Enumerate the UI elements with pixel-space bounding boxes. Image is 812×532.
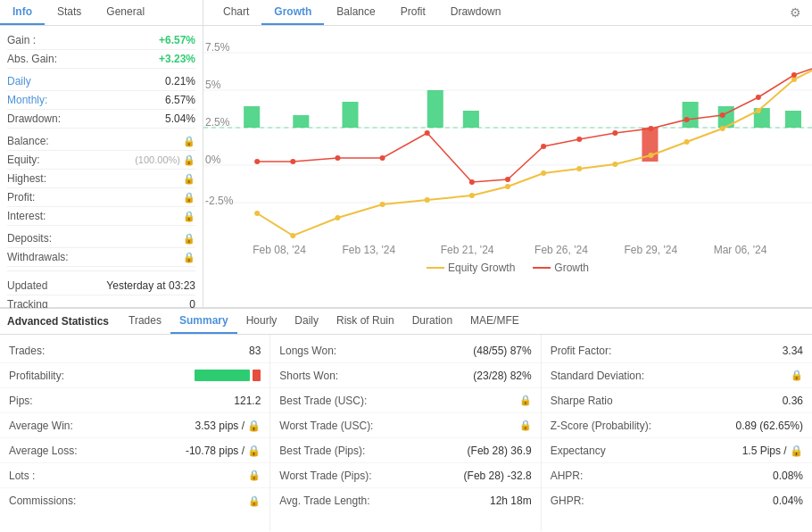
expectancy-value: 1.5 Pips / 🔒 [742, 445, 803, 457]
best-trade-pips-value: (Feb 28) 36.9 [468, 445, 532, 457]
equity-legend-label: Equity Growth [448, 262, 515, 274]
chart-legend: Equity Growth Growth [203, 258, 812, 278]
tab-stats[interactable]: Stats [45, 0, 94, 25]
pips-value: 121.2 [234, 395, 261, 407]
ghpr-label: GHPR: [551, 495, 584, 507]
svg-rect-17 [244, 106, 260, 128]
profitability-bar-green [195, 370, 250, 381]
adv-tab-mae[interactable]: MAE/MFE [461, 309, 528, 334]
drawdown-label: Drawdown: [7, 112, 61, 125]
tab-general[interactable]: General [94, 0, 157, 25]
highest-label: Highest: [7, 172, 46, 185]
svg-text:0%: 0% [205, 154, 221, 166]
svg-point-37 [648, 153, 653, 158]
deposits-label: Deposits: [7, 232, 52, 245]
chart-tab-growth[interactable]: Growth [261, 0, 324, 25]
ghpr-value: 0.04% [773, 495, 803, 507]
profit-label: Profit: [7, 191, 35, 204]
legend-growth: Growth [533, 262, 589, 274]
svg-rect-19 [342, 102, 358, 128]
svg-point-33 [505, 184, 510, 189]
adv-tab-trades[interactable]: Trades [120, 309, 170, 334]
profitability-value [195, 370, 261, 381]
gain-value: +6.57% [159, 34, 195, 46]
svg-point-46 [425, 130, 430, 136]
svg-point-28 [290, 233, 295, 238]
worst-trade-pips-row: Worst Trade (Pips): (Feb 28) -32.8 [270, 463, 540, 488]
withdrawals-value: 🔒 [183, 252, 195, 263]
chart-tabs: Chart Growth Balance Profit Drawdown [211, 0, 513, 25]
monthly-row: Monthly: 6.57% [7, 91, 195, 110]
ghpr-row: GHPR: 0.04% [542, 488, 812, 513]
chart-tab-balance[interactable]: Balance [324, 0, 387, 25]
chart-tab-drawdown[interactable]: Drawdown [438, 0, 514, 25]
deposits-value: 🔒 [183, 233, 195, 245]
longs-won-row: Longs Won: (48/55) 87% [270, 338, 540, 363]
svg-point-51 [612, 130, 617, 136]
trades-label: Trades: [9, 345, 45, 357]
withdrawals-label: Withdrawals: [7, 251, 69, 263]
svg-point-34 [541, 170, 546, 176]
drawdown-value: 5.04% [165, 112, 195, 125]
avg-win-stat-row: Average Win: 3.53 pips / 🔒 [0, 413, 269, 438]
shorts-won-row: Shorts Won: (23/28) 82% [270, 363, 540, 388]
zscore-label: Z-Score (Probability): [551, 420, 651, 432]
profit-factor-row: Profit Factor: 3.34 [542, 338, 812, 363]
best-trade-pips-label: Best Trade (Pips): [279, 445, 365, 457]
tab-info[interactable]: Info [0, 0, 45, 25]
balance-row: Balance: 🔒 [7, 132, 195, 151]
daily-row: Daily 0.21% [7, 72, 195, 91]
chart-tab-profit[interactable]: Profit [388, 0, 438, 25]
worst-trade-pips-label: Worst Trade (Pips): [279, 470, 371, 482]
adv-tab-risk[interactable]: Risk of Ruin [327, 309, 403, 334]
svg-point-44 [335, 155, 340, 161]
profit-row: Profit: 🔒 [7, 188, 195, 207]
adv-tab-summary[interactable]: Summary [170, 309, 237, 334]
balance-label: Balance: [7, 135, 49, 147]
bottom-section: Advanced Statistics Trades Summary Hourl… [0, 308, 812, 532]
lots-stat-row: Lots : 🔒 [0, 463, 269, 488]
profit-factor-value: 3.34 [783, 345, 803, 357]
chart-tab-bar: Chart Growth Balance Profit Drawdown ⚙ [203, 0, 812, 26]
ahpr-row: AHPR: 0.08% [542, 463, 812, 488]
highest-row: Highest: 🔒 [7, 170, 195, 188]
stats-grid: Trades: 83 Profitability: Pips: 121.2 Av… [0, 335, 812, 531]
svg-point-50 [576, 137, 582, 142]
info-table: Gain : +6.57% Abs. Gain: +3.23% Daily 0.… [0, 26, 203, 319]
profitability-label: Profitability: [9, 370, 64, 382]
commissions-stat-row: Commissions: 🔒 [0, 488, 269, 513]
chart-svg: 7.5% 5% 2.5% 0% -2.5% Feb 08, '24 Feb 13… [203, 26, 812, 258]
balance-value: 🔒 [183, 136, 195, 147]
svg-point-49 [541, 144, 546, 149]
ahpr-label: AHPR: [551, 470, 584, 482]
adv-tab-duration[interactable]: Duration [403, 309, 461, 334]
right-panel: Chart Growth Balance Profit Drawdown ⚙ [203, 0, 812, 307]
avg-win-label: Average Win: [9, 420, 73, 432]
std-dev-label: Standard Deviation: [551, 370, 644, 382]
abs-gain-label: Abs. Gain: [7, 53, 57, 65]
svg-rect-18 [293, 115, 309, 128]
svg-point-53 [684, 117, 690, 122]
svg-point-40 [756, 108, 761, 113]
commissions-value: 🔒 [248, 495, 261, 507]
growth-legend-label: Growth [554, 262, 589, 274]
svg-point-47 [469, 179, 475, 185]
svg-rect-21 [463, 111, 479, 128]
interest-row: Interest: 🔒 [7, 207, 195, 226]
main-container: Info Stats General Gain : +6.57% Abs. Ga… [0, 0, 812, 532]
expectancy-label: Expectancy [551, 445, 606, 457]
chart-tab-chart[interactable]: Chart [211, 0, 261, 25]
updated-row: Updated Yesterday at 03:23 [7, 276, 195, 295]
svg-point-43 [290, 159, 295, 164]
worst-trade-usc-row: Worst Trade (USC): 🔒 [270, 413, 540, 438]
equity-row: Equity: (100.00%) 🔒 [7, 151, 195, 170]
shorts-won-label: Shorts Won: [279, 370, 338, 382]
svg-text:Mar 06, '24: Mar 06, '24 [714, 244, 767, 256]
withdrawals-row: Withdrawals: 🔒 [7, 248, 195, 267]
adv-tab-daily[interactable]: Daily [286, 309, 327, 334]
best-trade-pips-row: Best Trade (Pips): (Feb 28) 36.9 [270, 438, 540, 463]
chart-settings-icon[interactable]: ⚙ [786, 2, 805, 23]
longs-won-value: (48/55) 87% [473, 345, 531, 357]
svg-point-48 [505, 177, 510, 182]
adv-tab-hourly[interactable]: Hourly [237, 309, 286, 334]
